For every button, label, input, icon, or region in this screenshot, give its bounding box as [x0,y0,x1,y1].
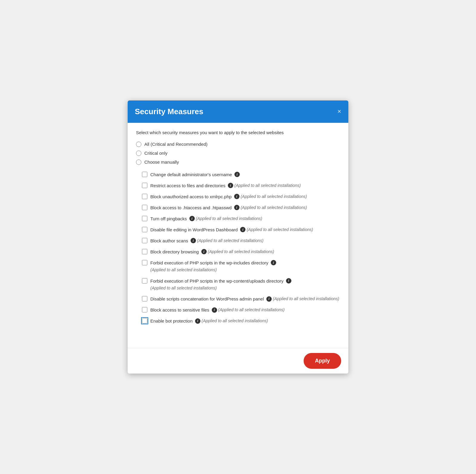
checkbox-item-chk6: Disable file editing in WordPress Dashbo… [142,227,340,233]
checkbox-item-chk10: Forbid execution of PHP scripts in the w… [142,278,340,291]
checkbox-item-chk11: Disable scripts concatenation for WordPr… [142,296,340,302]
checkbox-label-chk12[interactable]: Block access to sensitive filesi(Applied… [150,307,285,313]
checkbox-text: Block access to sensitive files [150,307,209,313]
info-icon[interactable]: i [240,227,245,232]
applied-note: (Applied to all selected installations) [241,205,307,211]
checkbox-text: Restrict access to files and directories [150,182,225,189]
checkbox-input-chk9[interactable] [142,260,147,265]
radio-group: All (Critical and Recommended)Critical o… [136,142,340,165]
radio-input-manual[interactable] [136,159,141,165]
checkbox-input-chk8[interactable] [142,249,147,254]
info-icon[interactable]: i [201,249,207,254]
checkbox-item-chk1: Change default administrator's usernamei [142,171,340,178]
applied-note: (Applied to all selected installations) [218,307,285,313]
radio-label-critical: Critical only [144,151,168,156]
info-icon[interactable]: i [212,307,217,313]
checkbox-label-chk8[interactable]: Block directory browsingi(Applied to all… [150,249,274,255]
checkbox-label-chk10[interactable]: Forbid execution of PHP scripts in the w… [150,278,340,291]
checkbox-text: Disable file editing in WordPress Dashbo… [150,227,238,233]
checkbox-input-chk2[interactable] [142,183,147,188]
radio-item-critical[interactable]: Critical only [136,151,340,156]
radio-label-manual: Choose manually [144,159,179,165]
checkbox-text: Disable scripts concatenation for WordPr… [150,296,264,302]
applied-note: (Applied to all selected installations) [273,296,339,302]
modal-title: Security Measures [135,107,203,116]
applied-note: (Applied to all selected installations) [197,238,264,244]
checkbox-label-chk3[interactable]: Block unauthorized access to xmlrpc.phpi… [150,193,307,200]
checkbox-label-chk4[interactable]: Block access to .htaccess and .htpasswdi… [150,205,307,211]
applied-note: (Applied to all selected installations) [150,267,217,273]
info-icon[interactable]: i [189,216,195,221]
info-icon[interactable]: i [228,183,233,188]
radio-input-all[interactable] [136,142,141,147]
apply-button[interactable]: Apply [304,353,341,369]
checkbox-item-chk9: Forbid execution of PHP scripts in the w… [142,260,340,273]
info-icon[interactable]: i [234,172,240,177]
checkbox-input-chk4[interactable] [142,205,147,210]
checkbox-label-chk6[interactable]: Disable file editing in WordPress Dashbo… [150,227,313,233]
info-icon[interactable]: i [234,194,239,199]
checkbox-item-chk12: Block access to sensitive filesi(Applied… [142,307,340,313]
checkbox-input-chk12[interactable] [142,307,147,312]
checkbox-item-chk2: Restrict access to files and directories… [142,182,340,189]
radio-label-all: All (Critical and Recommended) [144,142,208,147]
checkbox-input-chk3[interactable] [142,194,147,199]
checkbox-label-chk7[interactable]: Block author scansi(Applied to all selec… [150,238,263,244]
checkbox-input-chk13[interactable] [142,318,147,323]
close-button[interactable]: × [337,108,341,115]
security-measures-modal: Security Measures × Select which securit… [128,100,348,374]
modal-body: Select which security measures you want … [128,123,348,348]
checkbox-text: Turn off pingbacks [150,216,187,222]
info-icon[interactable]: i [234,205,239,210]
checkbox-item-chk13: Enable bot protectioni(Applied to all se… [142,318,340,324]
modal-header: Security Measures × [128,100,348,123]
applied-note: (Applied to all selected installations) [150,285,217,291]
checkbox-item-chk3: Block unauthorized access to xmlrpc.phpi… [142,193,340,200]
checkbox-text: Enable bot protection [150,318,193,324]
applied-note: (Applied to all selected installations) [202,318,268,324]
checkbox-text: Block author scans [150,238,188,244]
checkbox-text: Block directory browsing [150,249,199,255]
checkbox-input-chk6[interactable] [142,227,147,232]
info-icon[interactable]: i [286,278,291,284]
modal-footer: Apply [128,348,348,374]
checkbox-text: Forbid execution of PHP scripts in the w… [150,278,284,284]
checkbox-list: Change default administrator's usernamei… [136,171,340,324]
applied-note: (Applied to all selected installations) [247,227,313,233]
checkbox-label-chk9[interactable]: Forbid execution of PHP scripts in the w… [150,260,340,273]
checkbox-item-chk5: Turn off pingbacksi(Applied to all selec… [142,216,340,222]
checkbox-label-chk5[interactable]: Turn off pingbacksi(Applied to all selec… [150,216,262,222]
checkbox-label-chk1[interactable]: Change default administrator's usernamei [150,171,240,178]
radio-item-all[interactable]: All (Critical and Recommended) [136,142,340,147]
info-icon[interactable]: i [195,318,200,324]
info-icon[interactable]: i [191,238,196,243]
radio-input-critical[interactable] [136,151,141,156]
checkbox-text: Forbid execution of PHP scripts in the w… [150,260,268,266]
info-icon[interactable]: i [266,296,272,302]
checkbox-text: Change default administrator's username [150,171,232,178]
applied-note: (Applied to all selected installations) [208,249,274,255]
checkbox-label-chk11[interactable]: Disable scripts concatenation for WordPr… [150,296,339,302]
checkbox-item-chk4: Block access to .htaccess and .htpasswdi… [142,205,340,211]
checkbox-input-chk11[interactable] [142,296,147,301]
applied-note: (Applied to all selected installations) [234,183,301,189]
checkbox-item-chk7: Block author scansi(Applied to all selec… [142,238,340,244]
checkbox-input-chk1[interactable] [142,172,147,177]
checkbox-text: Block access to .htaccess and .htpasswd [150,205,232,211]
checkbox-text: Block unauthorized access to xmlrpc.php [150,193,232,200]
info-icon[interactable]: i [271,260,276,265]
checkbox-input-chk7[interactable] [142,238,147,243]
modal-description: Select which security measures you want … [136,130,340,135]
radio-item-manual[interactable]: Choose manually [136,159,340,165]
checkbox-input-chk5[interactable] [142,216,147,221]
checkbox-label-chk13[interactable]: Enable bot protectioni(Applied to all se… [150,318,268,324]
applied-note: (Applied to all selected installations) [196,216,262,222]
applied-note: (Applied to all selected installations) [241,194,307,200]
checkbox-item-chk8: Block directory browsingi(Applied to all… [142,249,340,255]
checkbox-input-chk10[interactable] [142,278,147,284]
checkbox-label-chk2[interactable]: Restrict access to files and directories… [150,182,301,189]
